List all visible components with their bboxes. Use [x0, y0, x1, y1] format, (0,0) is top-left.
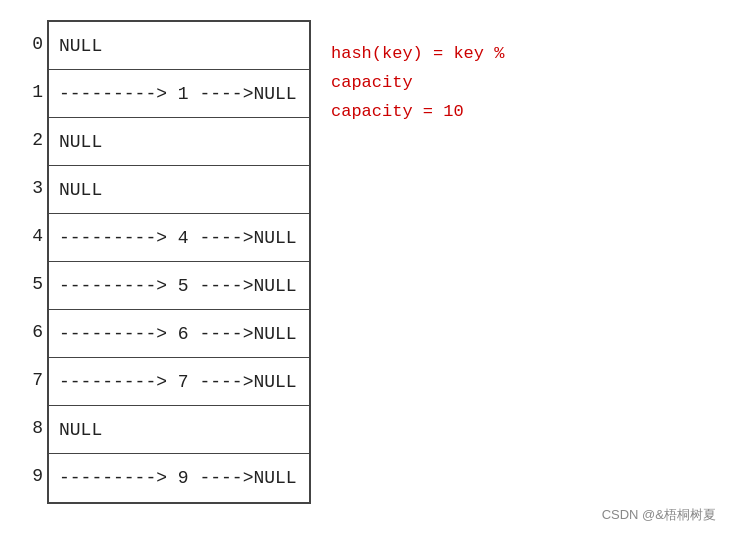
row-index-0: 0: [25, 20, 47, 68]
formula-panel: hash(key) = key % capacity capacity = 10: [321, 10, 736, 528]
table-row-1: ---------> 1 ---->NULL: [49, 70, 309, 118]
cell-content-6: ---------> 6 ---->NULL: [49, 324, 307, 344]
hash-table: NULL---------> 1 ---->NULLNULLNULL------…: [47, 20, 311, 504]
index-column: 0123456789: [25, 20, 47, 500]
table-row-0: NULL: [49, 22, 309, 70]
row-index-5: 5: [25, 260, 47, 308]
table-row-2: NULL: [49, 118, 309, 166]
cell-content-8: NULL: [49, 420, 112, 440]
formula-line1: hash(key) = key %: [331, 40, 504, 67]
formula-line2: capacity: [331, 69, 413, 96]
table-row-9: ---------> 9 ---->NULL: [49, 454, 309, 502]
row-index-4: 4: [25, 212, 47, 260]
cell-content-9: ---------> 9 ---->NULL: [49, 468, 307, 488]
row-index-1: 1: [25, 68, 47, 116]
cell-content-3: NULL: [49, 180, 112, 200]
cell-content-1: ---------> 1 ---->NULL: [49, 84, 307, 104]
cell-content-7: ---------> 7 ---->NULL: [49, 372, 307, 392]
cell-content-2: NULL: [49, 132, 112, 152]
table-row-3: NULL: [49, 166, 309, 214]
row-index-3: 3: [25, 164, 47, 212]
table-row-5: ---------> 5 ---->NULL: [49, 262, 309, 310]
row-index-7: 7: [25, 356, 47, 404]
row-index-6: 6: [25, 308, 47, 356]
formula-line3: capacity = 10: [331, 98, 464, 125]
row-index-8: 8: [25, 404, 47, 452]
cell-content-5: ---------> 5 ---->NULL: [49, 276, 307, 296]
table-row-4: ---------> 4 ---->NULL: [49, 214, 309, 262]
table-row-8: NULL: [49, 406, 309, 454]
row-index-9: 9: [25, 452, 47, 500]
watermark: CSDN @&梧桐树夏: [602, 506, 716, 524]
table-row-6: ---------> 6 ---->NULL: [49, 310, 309, 358]
cell-content-0: NULL: [49, 36, 112, 56]
table-row-7: ---------> 7 ---->NULL: [49, 358, 309, 406]
row-index-2: 2: [25, 116, 47, 164]
cell-content-4: ---------> 4 ---->NULL: [49, 228, 307, 248]
